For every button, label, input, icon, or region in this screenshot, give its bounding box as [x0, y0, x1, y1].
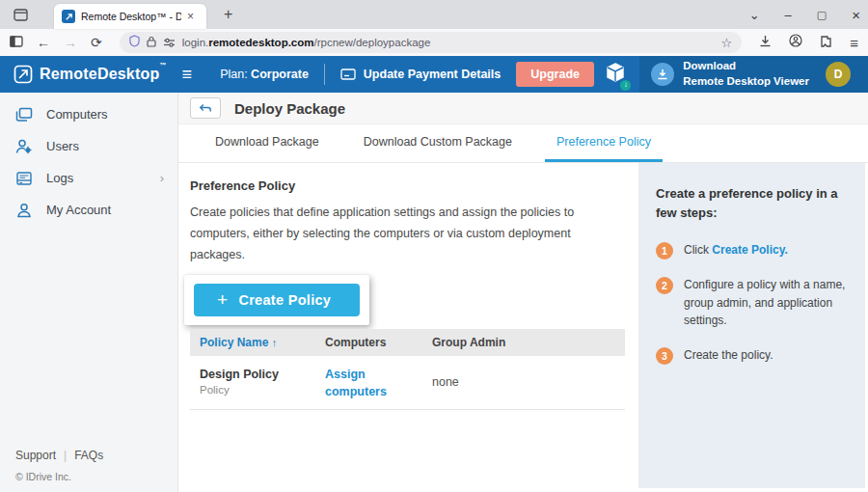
section-heading: Preference Policy	[190, 178, 625, 193]
sidebar-item-label: My Account	[46, 203, 111, 217]
step-3-badge: 3	[656, 347, 673, 365]
column-group-admin: Group Admin	[422, 329, 625, 356]
sidebar-item-logs[interactable]: Logs ›	[0, 162, 177, 194]
remotedesktop-logo-icon	[14, 65, 33, 84]
site-favicon	[62, 10, 75, 23]
policy-name: Design Policy	[200, 368, 306, 381]
group-admin-value: none	[422, 356, 625, 410]
download-viewer-button[interactable]: DownloadRemote Desktop Viewer D	[639, 56, 868, 93]
sort-ascending-icon: ↑	[272, 337, 278, 348]
app-hamburger-icon[interactable]: ≡	[178, 65, 205, 85]
brand-logo[interactable]: RemoteDesktop™	[0, 65, 178, 84]
extensions-icon[interactable]	[820, 34, 832, 51]
account-icon[interactable]	[789, 34, 802, 51]
new-tab-button[interactable]: +	[218, 6, 238, 23]
sidebar-item-users[interactable]: Users	[0, 130, 177, 162]
app-menu-icon[interactable]: ≡	[850, 35, 858, 51]
footer-divider: |	[64, 449, 67, 462]
computers-icon	[15, 107, 33, 123]
upgrade-button[interactable]: Upgrade	[516, 62, 594, 87]
create-policy-button[interactable]: + Create Policy	[194, 284, 360, 316]
policy-table: Policy Name ↑ Computers Group Admin Desi…	[190, 329, 625, 410]
back-arrow-icon	[199, 102, 212, 114]
tab-bar: Download Package Download Custom Package…	[178, 124, 868, 163]
step-1: 1 Click Create Policy.	[656, 241, 850, 260]
download-viewer-label: DownloadRemote Desktop Viewer	[683, 59, 809, 89]
shield-icon[interactable]	[129, 34, 140, 51]
permissions-icon[interactable]	[163, 34, 176, 51]
app-header: RemoteDesktop™ ≡ Plan: Corporate Update …	[0, 56, 868, 93]
address-bar[interactable]: login.remotedesktop.com/rpcnew/deploypac…	[120, 32, 743, 53]
sidebar: Computers Users Logs › My Account Suppor…	[0, 93, 178, 492]
browser-toolbar: ← → ⟳ login.remotedesktop.com/rpcnew/dep…	[0, 29, 868, 56]
faqs-link[interactable]: FAQs	[74, 449, 103, 462]
logs-icon	[15, 171, 33, 186]
users-icon	[15, 139, 33, 154]
downloads-icon[interactable]	[759, 34, 772, 51]
package-download-icon[interactable]: ↓	[605, 62, 626, 88]
user-avatar[interactable]: D	[826, 62, 851, 87]
create-policy-spotlight: + Create Policy	[184, 275, 369, 325]
plan-label: Plan: Corporate	[204, 68, 324, 81]
lock-icon[interactable]	[147, 34, 156, 51]
step-2: 2 Configure a policy with a name, group …	[656, 276, 850, 330]
page-title: Deploy Package	[234, 100, 345, 117]
sidebar-item-label: Logs	[46, 171, 73, 185]
credit-card-icon	[340, 68, 356, 80]
maximize-icon[interactable]: ▢	[817, 10, 827, 20]
step-1-badge: 1	[656, 242, 673, 260]
support-link[interactable]: Support	[15, 449, 56, 462]
chevron-right-icon: ›	[160, 171, 164, 185]
tab-download-package[interactable]: Download Package	[203, 124, 331, 162]
tab-preference-policy[interactable]: Preference Policy	[545, 124, 663, 162]
sidebar-item-label: Users	[46, 139, 79, 153]
download-circle-icon	[651, 63, 674, 86]
assign-computers-link[interactable]: Assign computers	[325, 368, 387, 398]
copyright-text: © IDrive Inc.	[15, 471, 103, 482]
column-policy-name[interactable]: Policy Name ↑	[190, 329, 315, 356]
url-text[interactable]: login.remotedesktop.com/rpcnew/deploypac…	[182, 37, 715, 48]
firefox-view-icon[interactable]	[8, 4, 33, 25]
section-description: Create policies that define application …	[190, 203, 625, 266]
tab-close-icon[interactable]: ×	[187, 11, 194, 22]
brand-name: RemoteDesktop™	[40, 66, 167, 83]
sidebar-item-label: Computers	[46, 107, 108, 122]
minimize-icon[interactable]: –	[785, 9, 792, 21]
package-badge-icon: ↓	[620, 80, 631, 91]
window-close-icon[interactable]: ×	[852, 8, 860, 22]
steps-heading: Create a preference policy in a few step…	[656, 184, 850, 222]
step-3: 3 Create the policy.	[656, 346, 850, 365]
steps-panel: Create a preference policy in a few step…	[638, 163, 865, 488]
page-header: Deploy Package	[178, 93, 868, 124]
sidebar-item-my-account[interactable]: My Account	[0, 194, 177, 226]
tabs-menu-icon[interactable]: ⌄	[749, 9, 760, 21]
account-person-icon	[15, 203, 33, 218]
sidebar-toggle-icon[interactable]	[10, 36, 23, 49]
back-button[interactable]	[190, 97, 221, 119]
policy-type: Policy	[200, 384, 306, 396]
tab-title: Remote Desktop™ - Deploy Pac	[81, 11, 181, 22]
forward-nav-icon: →	[64, 36, 77, 49]
browser-window: Remote Desktop™ - Deploy Pac × + ⌄ – ▢ ×…	[0, 0, 868, 492]
browser-tab-strip: Remote Desktop™ - Deploy Pac × + ⌄ – ▢ ×	[0, 0, 868, 29]
preference-policy-content: Preference Policy Create policies that d…	[178, 163, 638, 492]
reload-icon[interactable]: ⟳	[91, 36, 102, 49]
bookmark-star-icon[interactable]: ☆	[721, 36, 733, 50]
main-area: Deploy Package Download Package Download…	[178, 93, 868, 492]
plus-icon: +	[217, 292, 228, 307]
column-computers: Computers	[315, 329, 422, 356]
back-nav-icon[interactable]: ←	[37, 36, 50, 49]
table-row: Design Policy Policy Assign computers no…	[190, 356, 625, 410]
step-2-badge: 2	[656, 277, 673, 294]
tab-download-custom-package[interactable]: Download Custom Package	[352, 124, 524, 162]
sidebar-item-computers[interactable]: Computers	[0, 98, 177, 130]
browser-tab[interactable]: Remote Desktop™ - Deploy Pac ×	[54, 4, 206, 29]
update-payment-link[interactable]: Update Payment Details	[325, 68, 516, 81]
create-policy-step-link[interactable]: Create Policy.	[712, 243, 787, 257]
